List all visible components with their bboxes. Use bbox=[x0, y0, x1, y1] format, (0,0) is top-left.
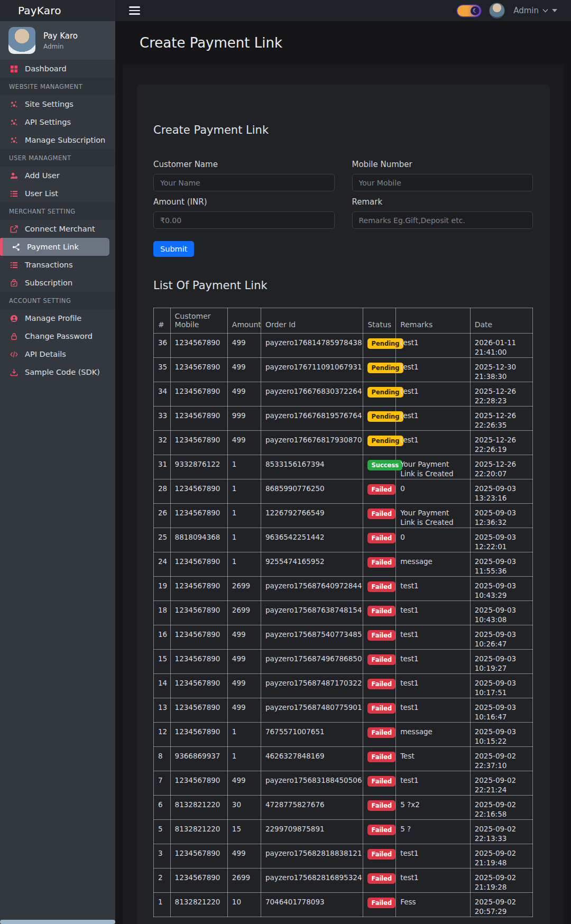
sidebar-item-manage-subscription[interactable]: Manage Subscription bbox=[0, 131, 115, 149]
external-link-icon bbox=[9, 225, 19, 233]
cell-status: Failed bbox=[363, 650, 396, 674]
cell-id: 5 bbox=[154, 820, 171, 844]
sidebar-item-label: Manage Profile bbox=[25, 314, 81, 322]
sidebar-item-site-settings[interactable]: Site Settings bbox=[0, 95, 115, 113]
cell-status: Failed bbox=[363, 893, 396, 917]
status-badge: Failed bbox=[367, 776, 395, 787]
code-icon bbox=[9, 350, 19, 358]
cell-mobile: 9366869937 bbox=[170, 747, 227, 771]
cell-status: Pending bbox=[363, 431, 396, 455]
cell-amount: 499 bbox=[227, 698, 261, 723]
sidebar-item-dashboard[interactable]: Dashboard bbox=[0, 60, 115, 78]
status-badge: Failed bbox=[367, 703, 395, 714]
avatar[interactable] bbox=[489, 3, 505, 19]
amount-field-group: Amount (INR) bbox=[153, 197, 335, 229]
cell-mobile: 1234567890 bbox=[170, 406, 227, 431]
table-row: 18132821220107046401778093FailedFess2025… bbox=[154, 893, 533, 917]
cell-order-id: payzero175687638748154 bbox=[261, 601, 363, 625]
sidebar-item-add-user[interactable]: Add User bbox=[0, 167, 115, 184]
brand-zone: PayKaro bbox=[0, 0, 115, 21]
customer-name-label: Customer Name bbox=[153, 160, 335, 169]
cell-date: 2025-09-03 10:16:47 bbox=[470, 698, 532, 723]
admin-dropdown[interactable]: Admin bbox=[513, 6, 557, 15]
cell-status: Failed bbox=[363, 625, 396, 650]
status-badge: Failed bbox=[367, 606, 395, 616]
profile-block: Pay Karo Admin bbox=[0, 21, 115, 60]
cell-order-id: 4626327848169 bbox=[261, 747, 363, 771]
list-icon bbox=[9, 261, 19, 269]
cell-id: 26 bbox=[154, 504, 171, 528]
cell-id: 1 bbox=[154, 893, 171, 917]
remark-field-group: Remark bbox=[352, 197, 533, 229]
table-row: 1812345678902699payzero175687638748154Fa… bbox=[154, 601, 533, 625]
sidebar: Pay Karo Admin DashboardWEBSITE MANAGMEN… bbox=[0, 21, 115, 924]
cell-order-id: 1226792766549 bbox=[261, 504, 363, 528]
sidebar-section-header: MERCHANT SETTING bbox=[0, 202, 115, 220]
sidebar-item-sample-code-sdk[interactable]: Sample Code (SDK) bbox=[0, 363, 115, 381]
cell-amount: 499 bbox=[227, 844, 261, 868]
status-badge: Failed bbox=[367, 557, 395, 568]
cell-order-id: payzero176676830372264 bbox=[261, 382, 363, 406]
cell-amount: 499 bbox=[227, 625, 261, 650]
sidebar-item-api-settings[interactable]: API Settings bbox=[0, 113, 115, 131]
cell-order-id: payzero175687640972844 bbox=[261, 577, 363, 601]
cell-id: 3 bbox=[154, 844, 171, 868]
cell-status: Failed bbox=[363, 698, 396, 723]
cell-status: Pending bbox=[363, 358, 396, 382]
customer-name-input[interactable] bbox=[153, 174, 335, 191]
cell-amount: 499 bbox=[227, 431, 261, 455]
table-row: 361234567890499payzero176814785978438Pen… bbox=[154, 334, 533, 358]
cell-status: Failed bbox=[363, 479, 396, 504]
sidebar-item-change-password[interactable]: Change Password bbox=[0, 327, 115, 345]
table-row: 321234567890499payzero176676817930870Pen… bbox=[154, 431, 533, 455]
sidebar-item-api-details[interactable]: API Details bbox=[0, 345, 115, 363]
cell-mobile: 1234567890 bbox=[170, 650, 227, 674]
cell-remarks: test1 bbox=[396, 601, 471, 625]
cell-date: 2025-12-30 21:38:30 bbox=[470, 358, 532, 382]
cell-date: 2025-12-26 22:20:07 bbox=[470, 455, 532, 479]
cell-status: Failed bbox=[363, 577, 396, 601]
cell-remarks: test1 bbox=[396, 698, 471, 723]
dark-mode-toggle[interactable]: ☾ bbox=[457, 5, 481, 16]
cell-remarks: test1 bbox=[396, 406, 471, 431]
status-badge: Pending bbox=[367, 436, 403, 446]
sidebar-item-transactions[interactable]: Transactions bbox=[0, 256, 115, 274]
cell-order-id: payzero175687480775901 bbox=[261, 698, 363, 723]
cell-mobile: 1234567890 bbox=[170, 504, 227, 528]
submit-button[interactable]: Submit bbox=[153, 241, 194, 257]
cell-amount: 499 bbox=[227, 358, 261, 382]
cell-date: 2025-12-26 22:26:19 bbox=[470, 431, 532, 455]
mobile-number-input[interactable] bbox=[352, 174, 533, 191]
cell-mobile: 1234567890 bbox=[170, 601, 227, 625]
sidebar-item-payment-link[interactable]: Payment Link bbox=[0, 238, 109, 256]
cell-amount: 499 bbox=[227, 650, 261, 674]
table-row: 24123456789019255474165952Failedmessage2… bbox=[154, 552, 533, 577]
table-row: 351234567890499payzero176711091067931Pen… bbox=[154, 358, 533, 382]
table-row: 151234567890499payzero175687496786850Fai… bbox=[154, 650, 533, 674]
cell-amount: 499 bbox=[227, 771, 261, 796]
sidebar-item-manage-profile[interactable]: Manage Profile bbox=[0, 309, 115, 327]
cell-remarks: 0 bbox=[396, 479, 471, 504]
hamburger-menu-icon[interactable] bbox=[129, 6, 140, 15]
sidebar-item-connect-merchant[interactable]: Connect Merchant bbox=[0, 220, 115, 238]
content-wrap: Create Payment Link Customer Name Mobile… bbox=[123, 64, 564, 924]
cell-date: 2025-09-02 20:57:29 bbox=[470, 893, 532, 917]
status-badge: Failed bbox=[367, 581, 395, 592]
status-badge: Failed bbox=[367, 825, 395, 835]
cell-order-id: 8533156167394 bbox=[261, 455, 363, 479]
sidebar-item-subscription[interactable]: Subscription bbox=[0, 274, 115, 292]
sidebar-section-header: USER MANAGMENT bbox=[0, 149, 115, 167]
cell-mobile: 8132821220 bbox=[170, 893, 227, 917]
sidebar-item-user-list[interactable]: User List bbox=[0, 184, 115, 202]
sidebar-scrollbar[interactable] bbox=[0, 920, 115, 924]
cell-remarks: test1 bbox=[396, 650, 471, 674]
cell-remarks: 0 bbox=[396, 528, 471, 552]
cell-remarks: test1 bbox=[396, 334, 471, 358]
remark-label: Remark bbox=[352, 197, 533, 207]
amount-input[interactable] bbox=[153, 211, 335, 229]
status-badge: Failed bbox=[367, 849, 395, 860]
status-badge: Success bbox=[367, 460, 402, 470]
remark-input[interactable] bbox=[352, 211, 533, 229]
cell-id: 28 bbox=[154, 479, 171, 504]
cell-remarks: message bbox=[396, 552, 471, 577]
